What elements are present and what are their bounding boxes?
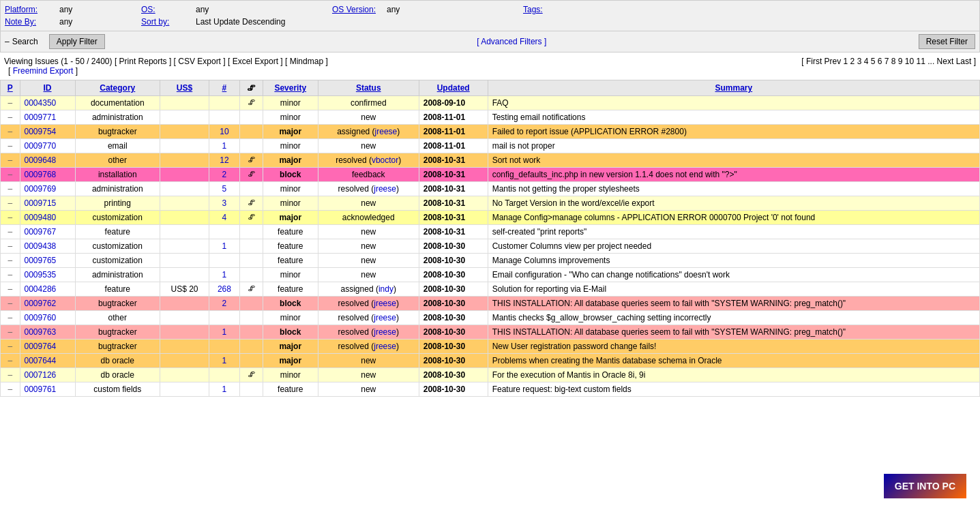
hash-link[interactable]: 268 [218, 284, 231, 294]
page-link-2[interactable]: 2 [850, 57, 855, 66]
issue-id-link[interactable]: 0009535 [25, 270, 57, 280]
cell-summary: For the execution of Mantis in Oracle 8i… [488, 368, 979, 382]
freemind-export-link[interactable]: Freemind Export [13, 66, 74, 76]
issue-id-link[interactable]: 0009767 [25, 227, 57, 237]
page-last-link[interactable]: Last [956, 57, 972, 66]
issue-id-link[interactable]: 0009765 [25, 256, 57, 265]
cell-severity: minor [263, 368, 318, 382]
cell-category: administration [75, 182, 160, 196]
page-link-11[interactable]: 11 [917, 57, 925, 66]
status-user-link[interactable]: vboctor [372, 155, 398, 165]
col-hash-link[interactable]: # [222, 83, 227, 93]
col-p-link[interactable]: P [8, 83, 13, 93]
issue-id-link[interactable]: 0009715 [25, 198, 57, 208]
hash-link[interactable]: 4 [222, 213, 227, 222]
hash-link[interactable]: 12 [220, 155, 228, 165]
tags-label[interactable]: Tags: [523, 5, 578, 14]
hash-link[interactable]: 1 [222, 327, 227, 337]
page-link-7[interactable]: 7 [885, 57, 889, 66]
issue-id-link[interactable]: 0009762 [25, 299, 57, 308]
sort-by-label[interactable]: Sort by: [141, 17, 196, 27]
issue-id-link[interactable]: 0009438 [25, 241, 57, 251]
page-link-1[interactable]: 1 [844, 57, 848, 66]
cell-severity: block [263, 325, 318, 340]
col-summary: Summary [488, 80, 979, 96]
note-by-label[interactable]: Note By: [5, 17, 59, 27]
page-link-8[interactable]: 8 [891, 57, 896, 66]
hash-link[interactable]: 1 [222, 356, 227, 365]
issue-id-link[interactable]: 0004286 [25, 284, 57, 294]
col-id-link[interactable]: ID [44, 83, 52, 93]
status-user-link[interactable]: jreese [374, 327, 396, 337]
os-version-label[interactable]: OS Version: [332, 5, 387, 14]
issue-id-link[interactable]: 0009480 [25, 213, 57, 222]
hash-link[interactable]: 3 [222, 198, 227, 208]
cell-category: customization [75, 239, 160, 254]
issue-id-link[interactable]: 0009771 [25, 112, 57, 122]
cell-hash [209, 96, 239, 110]
status-user-link[interactable]: jreese [375, 127, 398, 136]
col-us-link[interactable]: US$ [177, 83, 192, 93]
hash-link[interactable]: 10 [220, 127, 228, 136]
reset-filter-button[interactable]: Reset Filter [919, 34, 975, 49]
hash-link[interactable]: 2 [222, 299, 227, 308]
table-row: –0009762bugtracker2blockresolved (jreese… [1, 297, 980, 311]
status-user-link[interactable]: indy [378, 284, 394, 294]
status-user-link[interactable]: jreese [374, 184, 396, 194]
cell-status: new [318, 268, 419, 282]
cell-category: bugtracker [75, 340, 160, 354]
col-updated-link[interactable]: Updated [437, 83, 470, 93]
hash-link[interactable]: 5 [222, 184, 227, 194]
issue-id-link[interactable]: 0007126 [25, 370, 57, 380]
page-link-5[interactable]: 5 [871, 57, 876, 66]
issue-id-link[interactable]: 0009648 [25, 155, 57, 165]
hash-link[interactable]: 1 [222, 385, 227, 394]
cell-summary: Mantis checks $g_allow_browser_caching s… [488, 311, 979, 325]
hash-link[interactable]: 1 [222, 241, 227, 251]
issue-id-link[interactable]: 0009763 [25, 327, 57, 337]
cell-hash: 5 [209, 182, 239, 196]
page-link-4[interactable]: 4 [864, 57, 869, 66]
hash-link[interactable]: 1 [222, 141, 227, 151]
hash-link[interactable]: 2 [222, 170, 227, 179]
mindmap-link[interactable]: Mindmap [290, 57, 323, 66]
cell-updated: 2008-10-31 [419, 153, 488, 168]
page-next-link[interactable]: Next [937, 57, 954, 66]
col-summary-link[interactable]: Summary [715, 83, 752, 93]
page-link-3[interactable]: 3 [857, 57, 862, 66]
platform-label[interactable]: Platform: [5, 5, 59, 14]
status-user-link[interactable]: jreese [374, 342, 396, 351]
col-severity-link[interactable]: Severity [274, 83, 306, 93]
cell-p: – [1, 239, 20, 254]
page-link-9[interactable]: 9 [898, 57, 903, 66]
cell-p: – [1, 153, 20, 168]
note-by-value: any [59, 17, 141, 27]
issue-id-link[interactable]: 0009764 [25, 342, 57, 351]
status-user-link[interactable]: jreese [374, 313, 396, 322]
search-toggle[interactable]: – Search [5, 37, 38, 46]
apply-filter-button[interactable]: Apply Filter [49, 34, 105, 49]
os-value: any [196, 5, 332, 14]
status-user-link[interactable]: jreese [374, 299, 396, 308]
issue-id-link[interactable]: 0009770 [25, 141, 57, 151]
os-label[interactable]: OS: [141, 5, 196, 14]
cell-updated: 2008-10-31 [419, 182, 488, 196]
cell-p: – [1, 168, 20, 182]
issue-id-link[interactable]: 0009769 [25, 184, 57, 194]
advanced-filters-link[interactable]: [ Advanced Filters ] [477, 37, 546, 46]
col-status-link[interactable]: Status [356, 83, 381, 93]
issue-id-link[interactable]: 0009761 [25, 385, 57, 394]
issue-id-link[interactable]: 0007644 [25, 356, 57, 365]
page-link-10[interactable]: 10 [905, 57, 914, 66]
issue-id-link[interactable]: 0009754 [25, 127, 57, 136]
hash-link[interactable]: 1 [222, 270, 227, 280]
issue-id-link[interactable]: 0009768 [25, 170, 57, 179]
cell-p: – [1, 282, 20, 297]
print-reports-link[interactable]: Print Reports [119, 57, 167, 66]
col-category-link[interactable]: Category [100, 83, 135, 93]
issue-id-link[interactable]: 0009760 [25, 313, 57, 322]
excel-export-link[interactable]: Excel Export [233, 57, 278, 66]
csv-export-link[interactable]: CSV Export [178, 57, 221, 66]
issue-id-link[interactable]: 0004350 [25, 98, 57, 108]
page-link-6[interactable]: 6 [878, 57, 882, 66]
